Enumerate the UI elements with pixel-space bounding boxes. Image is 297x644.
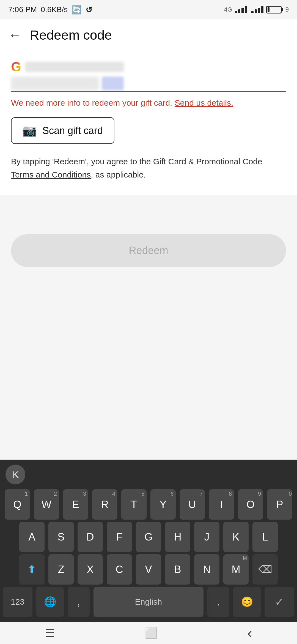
keyboard-row-3: ⬆ Z X C V B N MM ⌫ (3, 554, 294, 585)
scan-gift-card-button[interactable]: 📷 Scan gift card (11, 117, 114, 144)
back-nav-icon[interactable]: ‹ (247, 625, 252, 641)
key-j[interactable]: J (194, 522, 219, 552)
google-logo: G (11, 59, 21, 74)
key-r[interactable]: 4R (92, 489, 117, 520)
sync-icon: 🔄 (72, 5, 82, 15)
home-nav-icon[interactable]: ⬜ (145, 627, 158, 639)
page-title: Redeem code (30, 28, 112, 43)
key-h[interactable]: H (165, 522, 190, 552)
key-m[interactable]: MM (223, 554, 249, 585)
input-section: G (11, 59, 286, 92)
code-input-blurred[interactable] (11, 77, 99, 90)
terms-link[interactable]: Terms and Conditions (11, 170, 91, 179)
key-z[interactable]: Z (48, 554, 74, 585)
key-d[interactable]: D (78, 522, 103, 552)
redeem-area: Redeem (0, 226, 297, 275)
key-v[interactable]: V (136, 554, 161, 585)
keyboard-logo-text: K (12, 469, 19, 480)
period-key[interactable]: . (207, 587, 229, 617)
battery-level: 9 (285, 6, 289, 13)
back-button[interactable]: ← (8, 29, 21, 42)
blurred-account-text (25, 62, 124, 72)
terms-prefix: By tapping 'Redeem', you agree to the Gi… (11, 157, 262, 166)
key-b[interactable]: B (165, 554, 190, 585)
battery-icon (266, 6, 282, 13)
input-action-btn (102, 77, 124, 90)
time: 7:06 PM (8, 5, 37, 14)
status-bar: 7:06 PM 0.6KB/s 🔄 ↺ 4G 9 (0, 0, 297, 19)
key-c[interactable]: C (107, 554, 132, 585)
refresh-icon: ↺ (86, 5, 92, 15)
scan-label: Scan gift card (42, 125, 103, 137)
camera-icon: 📷 (23, 124, 37, 137)
space-key[interactable]: English (94, 587, 204, 617)
key-i[interactable]: 8I (209, 489, 234, 520)
redeem-button[interactable]: Redeem (11, 234, 286, 267)
key-o[interactable]: 9O (238, 489, 263, 520)
key-g[interactable]: G (136, 522, 161, 552)
keyboard-row-4: 123 🌐 , English . 😊 ✓ (3, 587, 294, 617)
key-x[interactable]: X (78, 554, 103, 585)
bottom-nav: ☰ ⬜ ‹ (0, 622, 297, 644)
key-t[interactable]: 5T (121, 489, 147, 520)
key-q[interactable]: 1Q (5, 489, 30, 520)
key-e[interactable]: 3E (63, 489, 88, 520)
google-logo-row: G (11, 59, 286, 74)
emoji-key[interactable]: 😊 (233, 587, 261, 617)
key-n[interactable]: N (194, 554, 219, 585)
backspace-key[interactable]: ⌫ (252, 554, 278, 585)
input-underline (11, 91, 286, 92)
top-bar: ← Redeem code (0, 19, 297, 48)
keyboard: K 1Q 2W 3E 4R 5T 6Y 7U 8I 9O 0P A S D F … (0, 460, 297, 622)
terms-text: By tapping 'Redeem', you agree to the Gi… (11, 155, 286, 181)
signal-bars-2 (251, 6, 263, 13)
key-w[interactable]: 2W (34, 489, 59, 520)
key-k[interactable]: K (223, 522, 249, 552)
terms-suffix: , as applicable. (91, 170, 146, 179)
key-s[interactable]: S (48, 522, 74, 552)
send-details-link[interactable]: Send us details. (175, 98, 233, 107)
globe-key[interactable]: 🌐 (36, 587, 64, 617)
keyboard-logo: K (6, 465, 25, 484)
keyboard-row-2: A S D F G H J K L (3, 522, 294, 552)
key-p[interactable]: 0P (267, 489, 292, 520)
status-icons: 4G 9 (224, 6, 289, 13)
key-f[interactable]: F (107, 522, 132, 552)
signal-bars (235, 6, 247, 13)
input-field-row (11, 77, 286, 90)
shift-key[interactable]: ⬆ (19, 554, 45, 585)
menu-nav-icon[interactable]: ☰ (45, 627, 55, 639)
keyboard-logo-row: K (0, 460, 297, 487)
enter-key[interactable]: ✓ (265, 587, 294, 617)
speed: 0.6KB/s (41, 5, 68, 14)
main-content: G We need more info to redeem your gift … (0, 48, 297, 190)
keyboard-row-1: 1Q 2W 3E 4R 5T 6Y 7U 8I 9O 0P (3, 489, 294, 520)
app-area: ← Redeem code G We need more info to red… (0, 19, 297, 195)
key-l[interactable]: L (252, 522, 278, 552)
numbers-key[interactable]: 123 (3, 587, 32, 617)
key-u[interactable]: 7U (180, 489, 205, 520)
error-text: We need more info to redeem your gift ca… (11, 98, 172, 107)
key-a[interactable]: A (19, 522, 45, 552)
error-message: We need more info to redeem your gift ca… (11, 97, 286, 109)
status-info: 7:06 PM 0.6KB/s 🔄 ↺ (8, 5, 92, 15)
network-label: 4G (224, 6, 232, 13)
comma-key[interactable]: , (68, 587, 90, 617)
key-y[interactable]: 6Y (150, 489, 176, 520)
